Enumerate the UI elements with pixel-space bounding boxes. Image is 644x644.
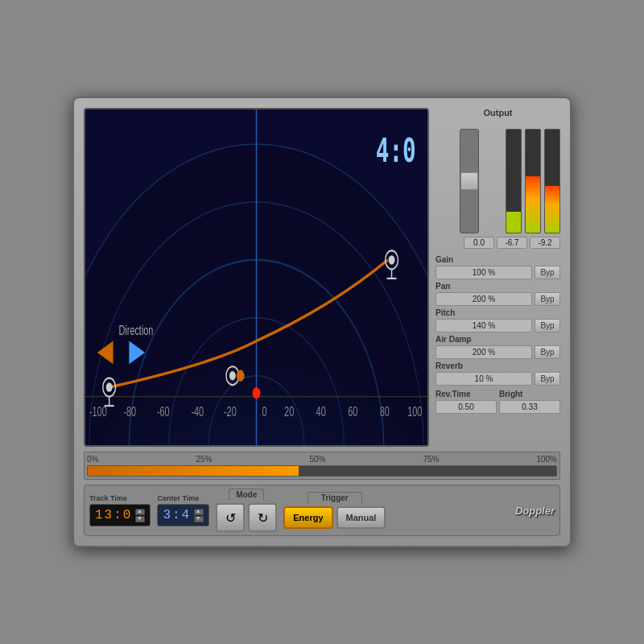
bright-label: Bright [499, 390, 560, 398]
center-time-display: 3:4 ▲ ▼ [157, 504, 209, 526]
pan-value[interactable]: 200 % [436, 292, 532, 306]
progress-label-50: 50% [309, 455, 325, 464]
airdamp-label: Air Damp [436, 335, 560, 344]
center-time-down[interactable]: ▼ [194, 516, 204, 522]
progress-labels: 0% 25% 50% 75% 100% [87, 455, 557, 464]
svg-text:80: 80 [380, 405, 390, 419]
track-time-label: Track Time [89, 494, 151, 502]
center-time-spinner: ▲ ▼ [194, 509, 204, 522]
mode-oneshot-icon: ↻ [258, 510, 268, 526]
svg-text:100: 100 [407, 405, 422, 419]
meter-bar-3 [544, 129, 560, 233]
airdamp-value[interactable]: 200 % [436, 345, 532, 359]
track-time-down[interactable]: ▼ [135, 516, 145, 522]
params-section: Gain 100 % Byp Pan 200 % Byp [436, 255, 560, 447]
progress-label-25: 25% [196, 455, 212, 464]
mode-buttons: ↺ ↻ [216, 503, 277, 532]
progress-label-100: 100% [536, 455, 557, 464]
fader-track[interactable] [460, 129, 479, 233]
track-time-up[interactable]: ▲ [135, 509, 145, 515]
track-time-spinner: ▲ ▼ [135, 509, 145, 522]
mode-btn-loop[interactable]: ↺ [216, 503, 245, 532]
gain-byp-btn[interactable]: Byp [535, 266, 560, 279]
pan-controls: 200 % Byp [436, 292, 560, 306]
progress-track[interactable] [87, 465, 557, 477]
rev-time-value[interactable]: 0.50 [436, 400, 497, 414]
plugin-container: -100 -80 -60 -40 -20 0 20 40 60 80 100 [72, 97, 572, 547]
svg-point-25 [106, 382, 113, 392]
center-time-label: Center Time [157, 494, 209, 502]
meter-value-3: -9.2 [530, 237, 560, 249]
trigger-buttons: Energy Manual [283, 506, 386, 529]
reverb-label: Reverb [436, 361, 560, 370]
svg-point-29 [229, 371, 236, 381]
airdamp-controls: 200 % Byp [436, 345, 560, 359]
gain-value[interactable]: 100 % [436, 266, 532, 279]
meter-value-1: 0.0 [464, 237, 494, 249]
mode-section: Mode ↺ ↻ [216, 489, 277, 532]
svg-point-35 [253, 387, 261, 398]
output-meters [436, 121, 560, 233]
pitch-label: Pitch [436, 308, 560, 317]
track-time-display: 13:0 ▲ ▼ [89, 504, 151, 526]
mode-btn-oneshot[interactable]: ↻ [248, 503, 277, 532]
svg-point-32 [389, 255, 395, 265]
doppler-logo: Doppler [515, 505, 555, 517]
trigger-manual-btn[interactable]: Manual [336, 506, 386, 529]
param-row-pan: Pan 200 % Byp [436, 282, 560, 306]
svg-text:0: 0 [262, 405, 266, 419]
param-row-airdamp: Air Damp 200 % Byp [436, 335, 560, 359]
trigger-energy-btn[interactable]: Energy [283, 506, 332, 529]
top-row: -100 -80 -60 -40 -20 0 20 40 60 80 100 [84, 108, 560, 447]
svg-text:20: 20 [284, 405, 294, 419]
svg-text:-60: -60 [157, 405, 170, 419]
param-row-reverb: Reverb 10 % Byp [436, 361, 560, 386]
center-time-value: 3:4 [163, 508, 191, 522]
fader-section [436, 129, 502, 233]
bright-col: Bright 0.33 [499, 390, 560, 414]
reverb-value[interactable]: 10 % [436, 372, 532, 386]
svg-text:-40: -40 [191, 405, 204, 419]
svg-text:-80: -80 [123, 405, 136, 419]
bright-value[interactable]: 0.33 [499, 400, 560, 414]
gain-controls: 100 % Byp [436, 266, 560, 279]
radar-display: -100 -80 -60 -40 -20 0 20 40 60 80 100 [84, 108, 429, 447]
gain-label: Gain [436, 255, 560, 264]
progress-label-75: 75% [423, 455, 439, 464]
reverb-controls: 10 % Byp [436, 372, 560, 386]
trigger-label: Trigger [308, 492, 362, 503]
svg-point-30 [237, 370, 245, 382]
right-panel: Output [436, 108, 560, 447]
svg-text:40: 40 [316, 405, 326, 419]
reverb-byp-btn[interactable]: Byp [535, 372, 560, 386]
output-label: Output [436, 108, 560, 118]
fader-handle[interactable] [460, 172, 478, 190]
pitch-byp-btn[interactable]: Byp [535, 319, 560, 332]
param-row-pitch: Pitch 140 % Byp [436, 308, 560, 332]
track-time-group: Track Time 13:0 ▲ ▼ [89, 494, 151, 526]
progress-label-0: 0% [87, 455, 98, 464]
progress-section: 0% 25% 50% 75% 100% [84, 452, 560, 480]
airdamp-byp-btn[interactable]: Byp [535, 345, 560, 359]
progress-fill [88, 466, 299, 476]
svg-text:-100: -100 [89, 405, 107, 419]
pitch-value[interactable]: 140 % [436, 319, 532, 332]
center-time-group: Center Time 3:4 ▲ ▼ [157, 494, 209, 526]
meter-bar-2 [525, 129, 541, 233]
mode-loop-icon: ↺ [225, 510, 236, 526]
svg-text:4:0: 4:0 [376, 131, 416, 169]
svg-text:60: 60 [348, 405, 357, 419]
mode-label: Mode [229, 489, 264, 500]
track-time-value: 13:0 [95, 508, 132, 522]
trigger-section: Trigger Energy Manual [283, 492, 386, 529]
svg-text:Direction: Direction [119, 324, 154, 337]
pan-label: Pan [436, 282, 560, 291]
center-time-up[interactable]: ▲ [194, 509, 204, 515]
param-row-gain: Gain 100 % Byp [436, 255, 560, 279]
pitch-controls: 140 % Byp [436, 319, 560, 332]
bottom-controls: Track Time 13:0 ▲ ▼ Center Time 3:4 ▲ ▼ [84, 485, 560, 536]
meter-value-2: -6.7 [497, 237, 527, 249]
meter-bar-1 [506, 129, 522, 233]
rev-time-label: Rev.Time [436, 390, 497, 398]
pan-byp-btn[interactable]: Byp [535, 292, 560, 306]
